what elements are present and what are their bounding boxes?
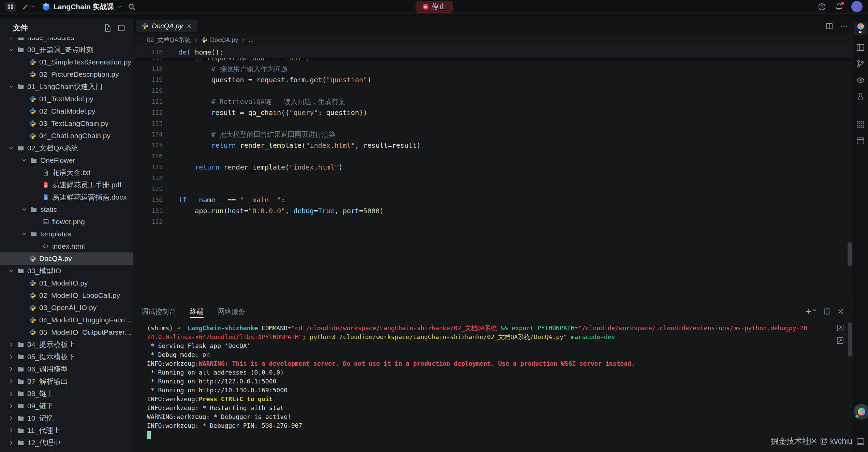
terminal-cursor: [147, 431, 151, 439]
tree-folder[interactable]: 13_代理下: [0, 449, 133, 452]
tree-item-label: 10_记忆: [27, 413, 54, 423]
notifications-button[interactable]: [834, 2, 844, 12]
close-panel-button[interactable]: [837, 308, 844, 315]
tree-file[interactable]: 02_ModelIO_LoopCall.py: [0, 289, 133, 302]
breadcrumb-separator-icon: [241, 38, 246, 43]
new-terminal-button[interactable]: [805, 308, 817, 315]
tree-folder[interactable]: static: [0, 203, 133, 216]
tree-file[interactable]: DocQA.py: [0, 252, 133, 265]
tree-folder[interactable]: 05_提示模板下: [0, 351, 133, 363]
preview-button[interactable]: [856, 76, 865, 85]
chevron-down-icon: [21, 206, 27, 213]
tree-folder[interactable]: 11_代理上: [0, 424, 133, 437]
code-text: def home():: [163, 46, 223, 58]
tree-folder[interactable]: 06_调用模型: [0, 363, 133, 375]
tree-folder[interactable]: 12_代理中: [0, 437, 133, 449]
tree-item-label: 01_SimpleTextGeneration.py: [39, 58, 131, 66]
panel-tab[interactable]: 网络服务: [218, 303, 245, 320]
close-icon: [186, 23, 192, 29]
tree-file[interactable]: flower.png: [0, 216, 133, 228]
tree-folder[interactable]: 09_链下: [0, 400, 133, 412]
source-control-button[interactable]: [856, 59, 865, 68]
tree-folder[interactable]: OneFlower: [0, 154, 133, 166]
tools-menu-button[interactable]: [20, 2, 37, 12]
ai-assistant-button[interactable]: AI: [854, 22, 867, 35]
tab-close-button[interactable]: [186, 23, 192, 29]
terminal-line: WARNING:werkzeug: * Debugger is active!: [147, 412, 809, 421]
pdf-file-icon: [42, 181, 49, 188]
chevron-down-icon: [31, 4, 35, 9]
terminal-line: INFO:werkzeug:Press CTRL+C to quit: [147, 395, 809, 404]
avatar[interactable]: [851, 1, 863, 12]
python-file-icon: [29, 108, 36, 115]
tree-file[interactable]: 02_ChatModel.py: [0, 105, 133, 117]
tree-item-label: 花语大全.txt: [52, 168, 90, 177]
tree-folder[interactable]: node_modules: [0, 38, 133, 44]
tree-file[interactable]: 03_OpenAI_IO.py: [0, 302, 133, 314]
split-terminal-button[interactable]: [823, 308, 831, 315]
tree-folder[interactable]: 01_LangChain快速入门: [0, 81, 133, 93]
app-logo-button[interactable]: [5, 2, 16, 12]
tree-folder[interactable]: 03_模型IO: [0, 265, 133, 277]
tree-file[interactable]: 03_TextLangChain.py: [0, 117, 133, 130]
tree-folder[interactable]: 00_开篇词_奇点时刻: [0, 44, 133, 56]
tree-folder[interactable]: 08_链上: [0, 388, 133, 400]
folder-icon: [17, 38, 24, 41]
more-actions-button[interactable]: [840, 22, 848, 30]
collapse-explorer-button[interactable]: [117, 24, 126, 32]
tree-file[interactable]: 05_ModelIO_OutputParser.py: [0, 326, 133, 338]
tree-file[interactable]: 易速鲜花员工手册.pdf: [0, 179, 133, 191]
tree-file[interactable]: 01_SimpleTextGeneration.py: [0, 56, 133, 68]
tree-file[interactable]: 易速鲜花运营指南.docx: [0, 191, 133, 203]
tree-folder[interactable]: 07_解析输出: [0, 375, 133, 388]
terminal-scrollbar-thumb[interactable]: [848, 322, 852, 356]
tree-folder[interactable]: templates: [0, 228, 133, 240]
open-preview-button[interactable]: [836, 336, 844, 345]
breadcrumb-item[interactable]: DocQA.py: [210, 37, 238, 44]
python-file-icon: [29, 120, 36, 127]
window-button[interactable]: [856, 136, 865, 145]
assistant-bubble[interactable]: [854, 404, 868, 420]
terminal[interactable]: (shims) ➜ LangChain-shizhanke COMMAND="c…: [133, 320, 853, 452]
tree-file[interactable]: index.html: [0, 240, 133, 252]
folder-icon: [17, 439, 24, 446]
stop-button[interactable]: 停止: [415, 1, 453, 13]
open-in-editor-button[interactable]: [836, 324, 844, 332]
tree-file[interactable]: 01_ModelIO.py: [0, 277, 133, 289]
bottom-panel: 调试控制台终端网络服务 (shims) ➜ LangChain-shizhank…: [133, 303, 853, 452]
ai-label: AI: [859, 30, 863, 34]
panel-tab[interactable]: 终端: [190, 303, 204, 320]
tree-file[interactable]: 02_PictureDescription.py: [0, 68, 133, 81]
layout-button[interactable]: [856, 43, 865, 52]
tree-folder[interactable]: 02_文档QA系统: [0, 142, 133, 154]
search-button[interactable]: [127, 2, 136, 12]
extensions-button[interactable]: [856, 120, 865, 129]
tree-file[interactable]: 04_ModelIO_HuggingFace.py: [0, 314, 133, 326]
tree-file[interactable]: 04_ChatLongChain.py: [0, 130, 133, 142]
split-editor-button[interactable]: [825, 22, 833, 30]
tree-item-label: 01_ModelIO.py: [39, 279, 88, 287]
breadcrumb-item[interactable]: ...: [249, 37, 254, 44]
editor-scrollbar-thumb[interactable]: [848, 242, 852, 266]
project-switcher[interactable]: LangChain 实战课: [42, 2, 122, 12]
editor-tab-docqa[interactable]: DocQA.py: [136, 20, 197, 32]
chevron-right-icon: [8, 440, 14, 446]
code-text: # 接收用户输入作为问题: [163, 63, 288, 74]
test-button[interactable]: [856, 92, 865, 101]
chevron-right-icon: [8, 403, 14, 409]
panel-toggle-button[interactable]: [856, 437, 865, 446]
tree-file[interactable]: 01_TextModel.py: [0, 93, 133, 105]
file-tree: node_modules00_开篇词_奇点时刻01_SimpleTextGene…: [0, 38, 133, 452]
tree-folder[interactable]: 04_提示模板上: [0, 338, 133, 351]
help-button[interactable]: [817, 2, 827, 12]
panel-tab[interactable]: 调试控制台: [142, 303, 176, 320]
new-file-button[interactable]: [104, 24, 112, 32]
code-editor[interactable]: 116def home(): 117 if request.method == …: [133, 46, 853, 303]
line-number: 121: [133, 96, 163, 107]
tree-item-label: 02_ModelIO_LoopCall.py: [39, 291, 120, 300]
tree-file[interactable]: 花语大全.txt: [0, 166, 133, 179]
line-number: 131: [133, 205, 163, 216]
tree-folder[interactable]: 10_记忆: [0, 412, 133, 424]
python-file-icon: [29, 317, 36, 323]
breadcrumb-item[interactable]: 02_文档QA系统: [147, 36, 191, 44]
